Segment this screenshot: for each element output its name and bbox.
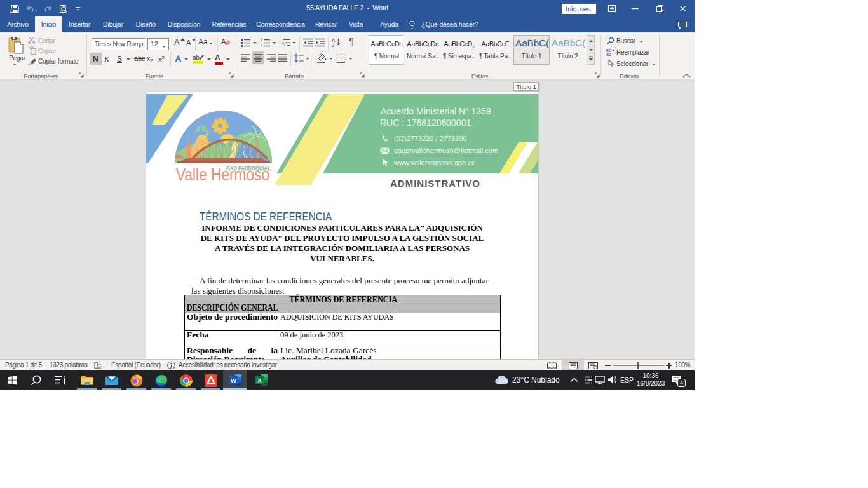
svg-text:2: 2 — [261, 43, 262, 47]
svg-text:ab: ab — [193, 54, 200, 61]
svg-text:Z: Z — [332, 43, 335, 48]
svg-text:X: X — [257, 377, 262, 384]
svg-text:W: W — [231, 377, 236, 384]
svg-text:ac: ac — [606, 52, 611, 56]
svg-text:1: 1 — [261, 38, 262, 42]
svg-text:i: i — [284, 43, 285, 47]
